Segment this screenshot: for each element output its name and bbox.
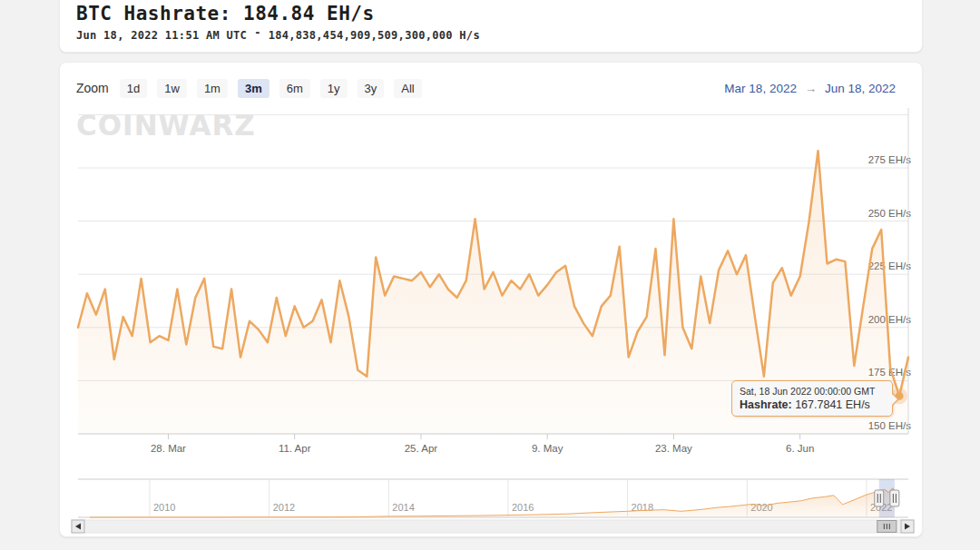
x-axis-label: 25. Apr — [405, 443, 438, 454]
tooltip-date: Sat, 18 Jun 2022 00:00:00 GMT — [740, 386, 885, 397]
subtitle-hashrate-value: 184,838,454,909,509,300,000 H/s — [269, 29, 480, 42]
navigator-year-label: 2016 — [512, 502, 534, 513]
chart-tooltip: Sat, 18 Jun 2022 00:00:00 GMT Hashrate: … — [731, 380, 893, 417]
page-title: BTC Hashrate: 184.84 EH/s — [76, 3, 906, 25]
subtitle-date: Jun 18, 2022 11:51 AM UTC — [76, 29, 247, 42]
page-subtitle: Jun 18, 2022 11:51 AM UTC - 184,838,454,… — [76, 29, 906, 42]
x-axis-label: 6. Jun — [786, 443, 814, 454]
zoom-button-1y[interactable]: 1y — [320, 79, 348, 98]
tooltip-series-label: Hashrate: — [740, 398, 792, 411]
range-from-input[interactable]: Mar 18, 2022 — [724, 82, 797, 95]
range-to-input[interactable]: Jun 18, 2022 — [825, 82, 896, 95]
x-axis-label: 9. May — [532, 443, 564, 454]
zoom-buttons-group: 1d1w1m3m6m1y3yAll — [120, 80, 432, 96]
navigator-handle-right[interactable] — [890, 490, 899, 506]
range-arrow-icon: → — [805, 82, 817, 95]
scrollbar-track[interactable] — [72, 520, 914, 533]
zoom-button-1w[interactable]: 1w — [157, 79, 187, 98]
subtitle-separator: - — [254, 26, 261, 39]
zoom-button-1m[interactable]: 1m — [197, 79, 228, 98]
range-selector-toolbar: Zoom 1d1w1m3m6m1y3yAll Mar 18, 2022 → Ju… — [76, 78, 906, 98]
navigator-year-label: 2012 — [273, 502, 295, 513]
y-axis-label: 275 EH/s — [868, 154, 912, 165]
navigator-year-label: 2010 — [153, 502, 175, 513]
zoom-button-3m[interactable]: 3m — [238, 79, 270, 98]
zoom-button-all[interactable]: All — [394, 79, 421, 98]
zoom-label: Zoom — [76, 81, 109, 95]
navigator-area-fill — [90, 488, 895, 517]
x-axis-label: 28. Mar — [151, 443, 186, 454]
zoom-button-6m[interactable]: 6m — [279, 79, 310, 98]
navigator-year-label: 2014 — [392, 502, 414, 513]
zoom-button-1d[interactable]: 1d — [120, 79, 147, 98]
x-axis-label: 11. Apr — [279, 443, 311, 454]
x-axis-label: 23. May — [655, 443, 692, 454]
y-axis-label: 250 EH/s — [868, 208, 912, 219]
date-range-display: Mar 18, 2022 → Jun 18, 2022 — [724, 82, 906, 95]
zoom-button-3y[interactable]: 3y — [358, 79, 385, 98]
hashrate-chart: 150 EH/s175 EH/s200 EH/s225 EH/s250 EH/s… — [60, 63, 924, 538]
navigator-handle-left[interactable] — [875, 490, 884, 506]
chart-card: Zoom 1d1w1m3m6m1y3yAll Mar 18, 2022 → Ju… — [59, 62, 923, 537]
header-card: BTC Hashrate: 184.84 EH/s Jun 18, 2022 1… — [59, 0, 923, 53]
tooltip-series-value: 167.7841 EH/s — [795, 398, 870, 411]
tooltip-value: Hashrate: 167.7841 EH/s — [740, 398, 885, 411]
